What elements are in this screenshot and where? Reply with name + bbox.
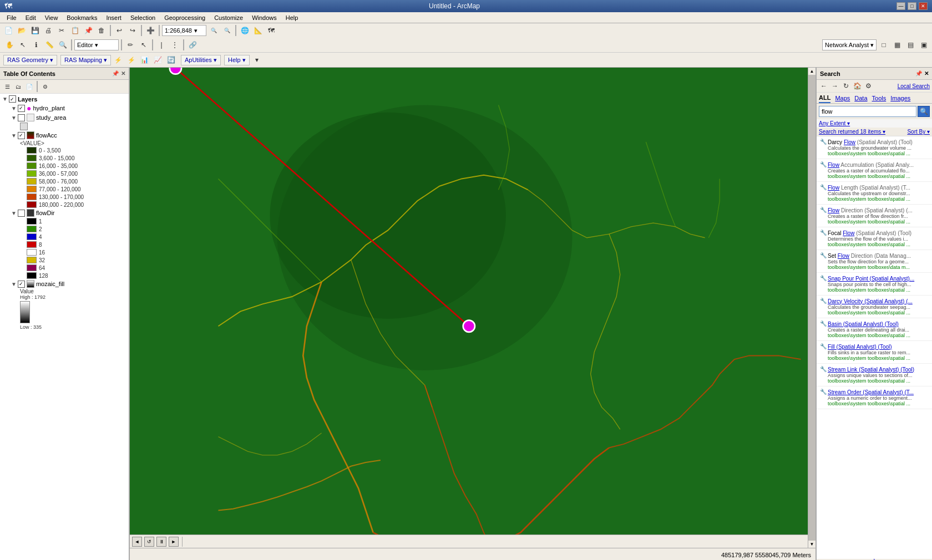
- map-canvas[interactable]: [130, 68, 816, 548]
- result-darcy-vel[interactable]: 🔧 Darcy Velocity (Spatial Analyst) (... …: [817, 296, 932, 318]
- result-highlight-8[interactable]: Darcy Velocity (Spatial Analyst) (...: [828, 298, 913, 304]
- maximize-button[interactable]: □: [908, 2, 916, 10]
- copy-button[interactable]: 📋: [69, 24, 81, 37]
- result-snap-pour[interactable]: 🔧 Snap Pour Point (Spatial Analyst)... S…: [817, 273, 932, 296]
- search-refresh-button[interactable]: ↻: [841, 81, 851, 91]
- more-tools-1[interactable]: |: [155, 39, 168, 51]
- pan-button[interactable]: ✋: [3, 39, 16, 51]
- map-area[interactable]: ◄ ↺ ⏸ ► ▲ ▼ 485179,987 5558045,709 Meter…: [130, 68, 816, 560]
- search-extent-dropdown[interactable]: Any Extent ▾: [817, 119, 932, 128]
- layers-root[interactable]: ▼ Layers: [0, 95, 129, 103]
- ras-btn-5[interactable]: 🔄: [165, 54, 178, 66]
- scale-dropdown[interactable]: 1:266,848 ▾: [162, 25, 206, 36]
- layer-study-area[interactable]: ▼ study_area: [0, 113, 129, 122]
- menu-selection[interactable]: Selection: [126, 13, 160, 22]
- menu-file[interactable]: File: [2, 13, 21, 22]
- more-tools-2[interactable]: ⋮: [169, 39, 181, 51]
- ras-btn-2[interactable]: ⚡: [125, 54, 138, 66]
- toc-pin-button[interactable]: 📌: [112, 70, 119, 77]
- map-nav-left[interactable]: ◄: [132, 537, 142, 547]
- map-nav-right[interactable]: ►: [169, 537, 179, 547]
- layer-hydro-plant[interactable]: ▼ ● hydro_plant: [0, 103, 129, 113]
- result-highlight-9[interactable]: Basin (Spatial Analyst) (Tool): [828, 321, 899, 327]
- map-nav-pause[interactable]: ⏸: [156, 537, 166, 547]
- search-tab-all[interactable]: ALL: [819, 94, 830, 103]
- result-highlight-2[interactable]: Flow: [828, 162, 839, 168]
- full-extent-button[interactable]: 🌐: [239, 24, 251, 37]
- undo-button[interactable]: ↩: [113, 24, 125, 37]
- layers-expand-icon[interactable]: ▼: [2, 96, 8, 102]
- scroll-indicator[interactable]: 1: [873, 558, 875, 561]
- search-tab-images[interactable]: Images: [890, 95, 910, 103]
- search-go-button[interactable]: 🔍: [918, 106, 930, 117]
- result-flow-direction[interactable]: 🔧 Flow Direction (Spatial Analyst) (... …: [817, 205, 932, 227]
- vscroll-down[interactable]: ▼: [808, 541, 816, 548]
- identify-button[interactable]: ℹ: [30, 39, 42, 51]
- aputilities-dropdown[interactable]: ApUtilities ▾: [181, 55, 221, 65]
- map-vscroll[interactable]: ▲ ▼: [808, 68, 816, 548]
- search-home-button[interactable]: 🏠: [852, 81, 862, 91]
- result-highlight-4[interactable]: Flow: [828, 207, 839, 213]
- sketch-button[interactable]: ✏: [124, 39, 136, 51]
- ras-btn-1[interactable]: ⚡: [112, 54, 124, 66]
- network-btn[interactable]: 🔗: [186, 39, 199, 51]
- search-tab-data[interactable]: Data: [854, 95, 867, 103]
- search-input[interactable]: [819, 106, 916, 117]
- search-tab-maps[interactable]: Maps: [835, 95, 850, 103]
- menu-windows[interactable]: Windows: [247, 13, 281, 22]
- study-expand[interactable]: ▼: [11, 115, 17, 121]
- result-highlight-11[interactable]: Stream Link (Spatial Analyst) (Tool): [828, 366, 914, 373]
- result-highlight-7[interactable]: Snap Pour Point (Spatial Analyst)...: [828, 276, 914, 282]
- menu-bookmarks[interactable]: Bookmarks: [62, 13, 102, 22]
- result-stream-order[interactable]: 🔧 Stream Order (Spatial Analyst) (T... A…: [817, 386, 932, 409]
- mozaic-expand[interactable]: ▼: [11, 281, 17, 287]
- search-local-label[interactable]: Local Search: [898, 83, 930, 89]
- result-highlight-12[interactable]: Stream Order (Spatial Analyst) (T...: [828, 389, 914, 395]
- pointer-button[interactable]: ↖: [138, 39, 150, 51]
- search-options-button[interactable]: ⚙: [863, 81, 873, 91]
- hydro-expand[interactable]: ▼: [11, 105, 17, 111]
- hydro-check[interactable]: [18, 105, 25, 112]
- flowacc-expand[interactable]: ▼: [11, 133, 17, 139]
- save-button[interactable]: 💾: [29, 24, 41, 37]
- new-button[interactable]: 📄: [2, 24, 14, 37]
- result-flow-acc[interactable]: 🔧 Flow Accumulation (Spatial Analy... Cr…: [817, 159, 932, 182]
- paste-button[interactable]: 📌: [82, 24, 94, 37]
- layer-flowdir[interactable]: ▼ flowDir: [0, 208, 129, 217]
- print-button[interactable]: 🖨: [42, 24, 54, 37]
- cut-button[interactable]: ✂: [55, 24, 68, 37]
- ras-btn-3[interactable]: 📊: [139, 54, 151, 66]
- open-button[interactable]: 📂: [16, 24, 28, 37]
- menu-geoprocessing[interactable]: Geoprocessing: [160, 13, 210, 22]
- search-pin-button[interactable]: 📌: [915, 70, 922, 77]
- search-tab-tools[interactable]: Tools: [872, 95, 887, 103]
- select-button[interactable]: ↖: [17, 39, 29, 51]
- layer-mozaic[interactable]: ▼ mozaic_fill: [0, 279, 129, 288]
- result-basin[interactable]: 🔧 Basin (Spatial Analyst) (Tool) Creates…: [817, 318, 932, 341]
- zoom-out-button[interactable]: 🔍: [221, 24, 233, 37]
- mozaic-check[interactable]: [18, 281, 25, 288]
- na-btn-4[interactable]: ▣: [918, 39, 930, 51]
- toc-options[interactable]: ⚙: [40, 82, 50, 91]
- menu-customize[interactable]: Customize: [210, 13, 247, 22]
- search-tool-button[interactable]: 🔍: [57, 39, 69, 51]
- result-stream-link[interactable]: 🔧 Stream Link (Spatial Analyst) (Tool) A…: [817, 364, 932, 386]
- menu-edit[interactable]: Edit: [21, 13, 40, 22]
- result-highlight-6[interactable]: Flow: [838, 253, 849, 259]
- menu-insert[interactable]: Insert: [102, 13, 126, 22]
- ras-btn-4[interactable]: 📈: [152, 54, 164, 66]
- search-back-button[interactable]: ←: [819, 81, 829, 91]
- delete-button[interactable]: 🗑: [95, 24, 108, 37]
- toc-switch-view[interactable]: 🗂: [13, 82, 23, 91]
- add-data-button[interactable]: ➕: [144, 24, 156, 37]
- measure-button[interactable]: 📏: [43, 39, 55, 51]
- ras-mapping-dropdown[interactable]: RAS Mapping ▾: [60, 55, 111, 65]
- result-fill[interactable]: 🔧 Fill (Spatial Analyst) (Tool) Fills si…: [817, 341, 932, 364]
- map-nav-refresh[interactable]: ↺: [144, 537, 154, 547]
- data-view-button[interactable]: 🗺: [265, 24, 277, 37]
- toc-description-view[interactable]: 📄: [24, 82, 34, 91]
- search-results-summary[interactable]: Search returned 18 items ▾: [819, 129, 885, 135]
- result-highlight-10[interactable]: Fill (Spatial Analyst) (Tool): [828, 344, 892, 350]
- help-extra[interactable]: ▾: [251, 54, 263, 66]
- help-dropdown[interactable]: Help ▾: [224, 55, 250, 65]
